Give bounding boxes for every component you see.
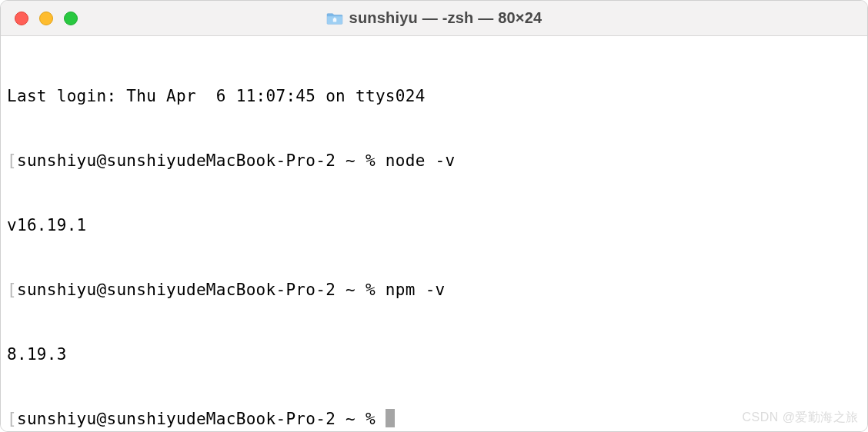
terminal-window: sunshiyu — -zsh — 80×24 Last login: Thu … [0,0,868,432]
last-login-line: Last login: Thu Apr 6 11:07:45 on ttys02… [7,85,861,107]
window-title: sunshiyu — -zsh — 80×24 [349,9,542,27]
prompt-line-2: [sunshiyu@sunshiyudeMacBook-Pro-2 ~ % np… [7,279,861,301]
command-text: npm -v [386,281,446,299]
bracket-icon: [ [7,281,17,299]
output-line-1: v16.19.1 [7,214,861,236]
prompt-text: sunshiyu@sunshiyudeMacBook-Pro-2 ~ % [17,281,386,299]
minimize-button[interactable] [39,12,53,25]
folder-icon [326,12,343,25]
svg-rect-1 [334,17,336,18]
prompt-line-1: [sunshiyu@sunshiyudeMacBook-Pro-2 ~ % no… [7,150,861,171]
maximize-button[interactable] [64,12,78,25]
output-line-2: 8.19.3 [7,344,861,365]
window-title-wrap: sunshiyu — -zsh — 80×24 [1,9,867,27]
prompt-text: sunshiyu@sunshiyudeMacBook-Pro-2 ~ % [17,410,386,428]
prompt-line-3: [sunshiyu@sunshiyudeMacBook-Pro-2 ~ % [7,408,861,430]
traffic-lights [15,12,78,25]
command-text: node -v [386,151,456,170]
svg-rect-0 [332,18,336,22]
cursor[interactable] [386,409,395,427]
bracket-icon: [ [7,410,17,428]
prompt-text: sunshiyu@sunshiyudeMacBook-Pro-2 ~ % [17,151,386,170]
terminal-body[interactable]: Last login: Thu Apr 6 11:07:45 on ttys02… [1,36,867,432]
bracket-icon: [ [7,151,17,170]
close-button[interactable] [15,12,28,25]
titlebar[interactable]: sunshiyu — -zsh — 80×24 [1,1,867,36]
